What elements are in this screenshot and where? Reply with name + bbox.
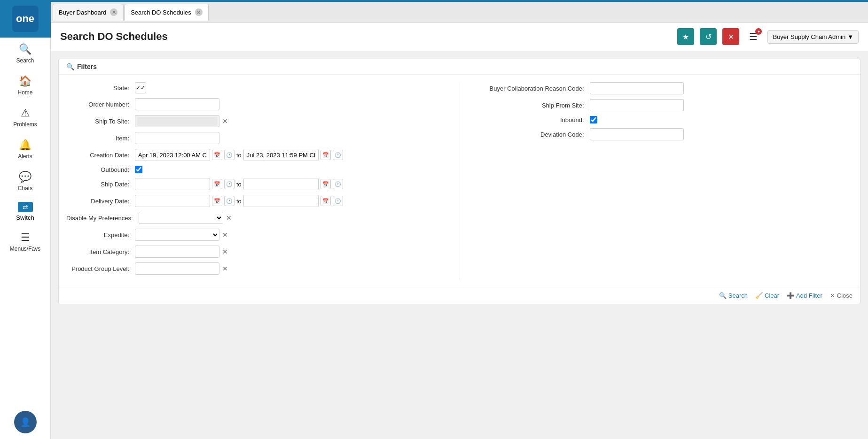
filter-row-outbound: Outbound: bbox=[66, 166, 441, 173]
ship-date-from-calendar-button[interactable]: 📅 bbox=[212, 179, 222, 189]
outbound-checkbox[interactable] bbox=[135, 166, 142, 173]
sidebar-item-label: Alerts bbox=[18, 153, 32, 160]
creation-date-from-time-button[interactable]: 🕐 bbox=[224, 150, 235, 160]
main-content: Buyer Dashboard ✕ Search DO Schedules ✕ … bbox=[51, 0, 868, 439]
header-menu-button[interactable]: ☰ ● bbox=[745, 28, 762, 45]
close-filter-button[interactable]: ✕ Close bbox=[830, 292, 852, 299]
add-filter-button[interactable]: ➕ Add Filter bbox=[787, 292, 822, 299]
sidebar-item-chats[interactable]: 💬 Chats bbox=[0, 165, 50, 197]
ship-date-label: Ship Date: bbox=[66, 181, 132, 188]
delivery-date-to-calendar-button[interactable]: 📅 bbox=[321, 196, 331, 206]
tab-buyer-dashboard[interactable]: Buyer Dashboard ✕ bbox=[53, 4, 124, 21]
filter-row-ship-from-site: Ship From Site: bbox=[479, 99, 853, 111]
role-dropdown[interactable]: Buyer Supply Chain Admin ▼ bbox=[767, 30, 859, 44]
clear-button[interactable]: 🧹 Clear bbox=[755, 292, 779, 299]
ship-date-to-calendar-button[interactable]: 📅 bbox=[321, 179, 331, 189]
refresh-button[interactable]: ↺ bbox=[700, 28, 717, 45]
creation-date-from-calendar-button[interactable]: 📅 bbox=[212, 150, 222, 160]
warning-icon: ⚠ bbox=[21, 107, 30, 119]
item-label: Item: bbox=[66, 135, 132, 142]
add-filter-label: Add Filter bbox=[796, 292, 822, 299]
search-icon: 🔍 bbox=[19, 43, 31, 55]
ship-date-to-time-button[interactable]: 🕐 bbox=[333, 179, 343, 189]
ship-to-site-label: Ship To Site: bbox=[66, 118, 132, 125]
filter-right-section: Buyer Collaboration Reason Code: Ship Fr… bbox=[460, 82, 853, 279]
delivery-date-to-separator: to bbox=[236, 198, 242, 205]
ship-to-site-container bbox=[135, 115, 219, 127]
filter-row-product-group: Product Group Level: ✕ bbox=[66, 262, 441, 275]
disable-prefs-clear-button[interactable]: ✕ bbox=[226, 214, 232, 222]
filters-footer: 🔍 Search 🧹 Clear ➕ Add Filter ✕ Close bbox=[59, 287, 860, 304]
state-toggle-button[interactable]: ✓✓ bbox=[135, 82, 146, 93]
state-label: State: bbox=[66, 85, 132, 92]
ship-from-site-input[interactable] bbox=[590, 99, 684, 111]
filter-search-icon: 🔍 bbox=[66, 63, 74, 70]
inbound-checkbox[interactable] bbox=[590, 116, 597, 123]
bell-icon: 🔔 bbox=[19, 139, 31, 151]
product-group-input[interactable] bbox=[135, 262, 219, 275]
filter-left-section: State: ✓✓ Order Number: Ship To bbox=[66, 82, 460, 279]
filter-row-item: Item: bbox=[66, 132, 441, 144]
item-input[interactable] bbox=[135, 132, 219, 144]
menu-icon: ☰ bbox=[21, 231, 30, 244]
tab-search-do[interactable]: Search DO Schedules ✕ bbox=[125, 4, 209, 21]
delivery-date-from-time-button[interactable]: 🕐 bbox=[224, 196, 235, 206]
expedite-clear-button[interactable]: ✕ bbox=[222, 231, 228, 239]
product-group-clear-button[interactable]: ✕ bbox=[222, 265, 228, 272]
ship-from-site-label: Ship From Site: bbox=[479, 102, 587, 109]
sidebar-item-label: Search bbox=[16, 57, 34, 64]
filter-row-deviation-code: Deviation Code: bbox=[479, 128, 853, 140]
filter-row-expedite: Expedite: ✕ bbox=[66, 229, 441, 241]
tab-close-buyer-dashboard[interactable]: ✕ bbox=[110, 8, 117, 16]
clear-footer-icon: 🧹 bbox=[755, 292, 763, 299]
avatar-icon: 👤 bbox=[20, 417, 31, 427]
ship-date-from-input[interactable] bbox=[135, 178, 210, 190]
app-logo: one bbox=[12, 6, 39, 32]
sidebar-item-home[interactable]: 🏠 Home bbox=[0, 69, 50, 101]
creation-date-to-input[interactable] bbox=[243, 149, 319, 161]
buyer-collab-label: Buyer Collaboration Reason Code: bbox=[479, 85, 587, 92]
creation-date-range: 📅 🕐 to 📅 🕐 bbox=[135, 149, 343, 161]
sidebar-item-alerts[interactable]: 🔔 Alerts bbox=[0, 133, 50, 165]
tab-bar: Buyer Dashboard ✕ Search DO Schedules ✕ bbox=[51, 2, 868, 23]
sidebar-item-label: Home bbox=[17, 89, 32, 96]
delivery-date-range: 📅 🕐 to 📅 🕐 bbox=[135, 195, 343, 207]
disable-prefs-select[interactable] bbox=[139, 212, 223, 224]
deviation-code-input[interactable] bbox=[590, 128, 684, 140]
ship-date-to-input[interactable] bbox=[243, 178, 319, 190]
item-category-input[interactable] bbox=[135, 246, 219, 258]
creation-date-to-time-button[interactable]: 🕐 bbox=[333, 150, 343, 160]
search-footer-icon: 🔍 bbox=[719, 292, 727, 299]
tab-close-search-do[interactable]: ✕ bbox=[195, 8, 203, 16]
sidebar-item-problems[interactable]: ⚠ Problems bbox=[0, 101, 50, 133]
avatar[interactable]: 👤 bbox=[14, 411, 37, 433]
item-category-clear-button[interactable]: ✕ bbox=[222, 248, 228, 255]
order-number-input[interactable] bbox=[135, 98, 219, 110]
date-to-separator: to bbox=[236, 152, 242, 159]
search-button[interactable]: 🔍 Search bbox=[719, 292, 748, 299]
delivery-date-from-calendar-button[interactable]: 📅 bbox=[212, 196, 222, 206]
search-button-label: Search bbox=[728, 292, 748, 299]
sidebar-item-search[interactable]: 🔍 Search bbox=[0, 38, 50, 69]
delivery-date-from-input[interactable] bbox=[135, 195, 210, 207]
sidebar-item-switch[interactable]: ⇄ Switch bbox=[0, 197, 50, 226]
delivery-date-to-time-button[interactable]: 🕐 bbox=[333, 196, 343, 206]
delivery-date-label: Delivery Date: bbox=[66, 198, 132, 205]
sidebar-item-menus[interactable]: ☰ Menus/Favs bbox=[0, 226, 50, 258]
close-page-button[interactable]: ✕ bbox=[722, 28, 739, 45]
expedite-select[interactable] bbox=[135, 229, 219, 241]
filter-row-disable-prefs: Disable My Preferences: ✕ bbox=[66, 212, 441, 224]
star-button[interactable]: ★ bbox=[677, 28, 694, 45]
ship-date-from-time-button[interactable]: 🕐 bbox=[224, 179, 235, 189]
home-icon: 🏠 bbox=[19, 75, 31, 87]
delivery-date-to-input[interactable] bbox=[243, 195, 319, 207]
sidebar-item-label: Chats bbox=[18, 185, 32, 192]
add-filter-icon: ➕ bbox=[787, 292, 794, 299]
filter-grid: State: ✓✓ Order Number: Ship To bbox=[66, 82, 852, 279]
ship-to-clear-button[interactable]: ✕ bbox=[222, 117, 228, 125]
creation-date-from-input[interactable] bbox=[135, 149, 210, 161]
creation-date-to-calendar-button[interactable]: 📅 bbox=[321, 150, 331, 160]
tab-label: Search DO Schedules bbox=[131, 9, 191, 16]
buyer-collab-input[interactable] bbox=[590, 82, 684, 94]
state-select-container: ✓✓ bbox=[135, 82, 146, 93]
